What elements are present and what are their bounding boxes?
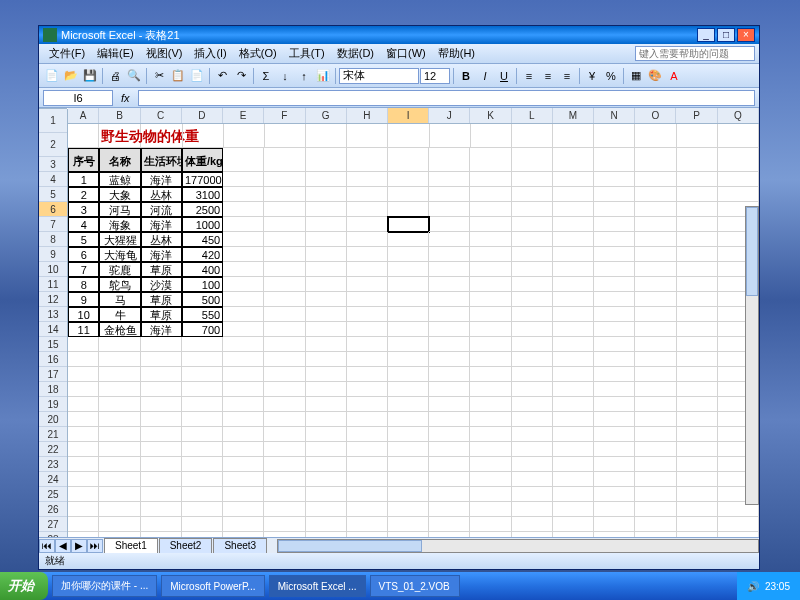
cell[interactable] — [223, 217, 264, 232]
cell[interactable] — [306, 202, 347, 217]
cell[interactable] — [512, 187, 553, 202]
cell[interactable] — [677, 148, 718, 172]
cell[interactable] — [512, 412, 553, 427]
cell[interactable] — [635, 202, 676, 217]
cell[interactable] — [512, 337, 553, 352]
cell[interactable] — [223, 502, 264, 517]
cell[interactable] — [429, 217, 470, 232]
cell[interactable] — [99, 427, 140, 442]
cell[interactable] — [141, 487, 182, 502]
row-header[interactable]: 20 — [39, 412, 67, 427]
cell[interactable] — [347, 427, 388, 442]
cell[interactable] — [429, 457, 470, 472]
cell[interactable] — [306, 442, 347, 457]
cell[interactable] — [306, 172, 347, 187]
cell[interactable] — [388, 307, 429, 322]
cell[interactable] — [347, 352, 388, 367]
row-header[interactable]: 9 — [39, 247, 67, 262]
row-header[interactable]: 23 — [39, 457, 67, 472]
cell[interactable] — [594, 517, 635, 532]
cell[interactable] — [68, 472, 99, 487]
cell[interactable] — [553, 487, 594, 502]
cell[interactable] — [553, 262, 594, 277]
menu-tools[interactable]: 工具(T) — [283, 44, 331, 63]
cell[interactable] — [635, 442, 676, 457]
cell[interactable] — [512, 517, 553, 532]
cell[interactable] — [223, 382, 264, 397]
cell[interactable] — [594, 277, 635, 292]
cell[interactable] — [223, 322, 264, 337]
taskbar-item[interactable]: 加你哪尔的课件 - ... — [52, 575, 157, 597]
cell[interactable] — [553, 148, 594, 172]
cell[interactable] — [677, 172, 718, 187]
menu-edit[interactable]: 编辑(E) — [91, 44, 140, 63]
cell[interactable] — [512, 217, 553, 232]
new-icon[interactable]: 📄 — [43, 67, 61, 85]
cell[interactable] — [347, 172, 388, 187]
row-header[interactable]: 21 — [39, 427, 67, 442]
italic-button[interactable]: I — [476, 67, 494, 85]
cell[interactable] — [470, 427, 511, 442]
cell[interactable] — [512, 442, 553, 457]
cell[interactable] — [347, 367, 388, 382]
taskbar-item[interactable]: Microsoft PowerP... — [161, 575, 264, 597]
minimize-button[interactable]: _ — [697, 28, 715, 42]
column-header[interactable]: C — [141, 108, 182, 123]
cell[interactable] — [635, 307, 676, 322]
cell[interactable] — [264, 172, 305, 187]
cell[interactable] — [347, 382, 388, 397]
cell[interactable] — [141, 382, 182, 397]
cell[interactable] — [429, 502, 470, 517]
cell[interactable]: 体重/kg — [182, 148, 223, 172]
cell[interactable] — [594, 352, 635, 367]
cell[interactable] — [347, 307, 388, 322]
cell[interactable] — [553, 352, 594, 367]
cell[interactable] — [635, 367, 676, 382]
cell[interactable] — [635, 124, 676, 148]
cell[interactable] — [594, 367, 635, 382]
cell[interactable]: 420 — [182, 247, 223, 262]
cell[interactable] — [635, 502, 676, 517]
cell[interactable] — [429, 307, 470, 322]
cell[interactable] — [68, 442, 99, 457]
cell[interactable] — [512, 307, 553, 322]
horizontal-scrollbar[interactable] — [277, 539, 759, 553]
cell[interactable] — [141, 337, 182, 352]
cell[interactable] — [718, 172, 759, 187]
cell[interactable] — [388, 277, 429, 292]
sheet-tab-2[interactable]: Sheet2 — [159, 538, 213, 553]
cell[interactable] — [182, 502, 223, 517]
cell[interactable] — [429, 517, 470, 532]
cell[interactable] — [68, 367, 99, 382]
cell[interactable] — [470, 352, 511, 367]
cell[interactable] — [306, 487, 347, 502]
cell[interactable]: 鸵鸟 — [99, 277, 140, 292]
cell[interactable] — [553, 532, 594, 537]
cell[interactable]: 序号 — [68, 148, 99, 172]
cell[interactable] — [594, 292, 635, 307]
cell[interactable] — [553, 442, 594, 457]
cell[interactable] — [388, 457, 429, 472]
cell[interactable] — [553, 187, 594, 202]
cell[interactable] — [99, 352, 140, 367]
row-header[interactable]: 6 — [39, 202, 67, 217]
cell[interactable] — [141, 352, 182, 367]
cell[interactable] — [718, 532, 759, 537]
column-header[interactable]: P — [676, 108, 717, 123]
cell[interactable] — [470, 217, 511, 232]
cell[interactable] — [553, 247, 594, 262]
cell[interactable] — [470, 307, 511, 322]
row-header[interactable]: 18 — [39, 382, 67, 397]
cell[interactable] — [388, 172, 429, 187]
cell[interactable] — [429, 148, 470, 172]
cell[interactable] — [264, 442, 305, 457]
cell[interactable]: 9 — [68, 292, 99, 307]
column-header[interactable]: M — [553, 108, 594, 123]
cell[interactable] — [141, 427, 182, 442]
row-header[interactable]: 10 — [39, 262, 67, 277]
cell[interactable] — [677, 337, 718, 352]
cell[interactable] — [677, 187, 718, 202]
cell[interactable] — [223, 187, 264, 202]
cell[interactable]: 6 — [68, 247, 99, 262]
cell[interactable] — [677, 322, 718, 337]
